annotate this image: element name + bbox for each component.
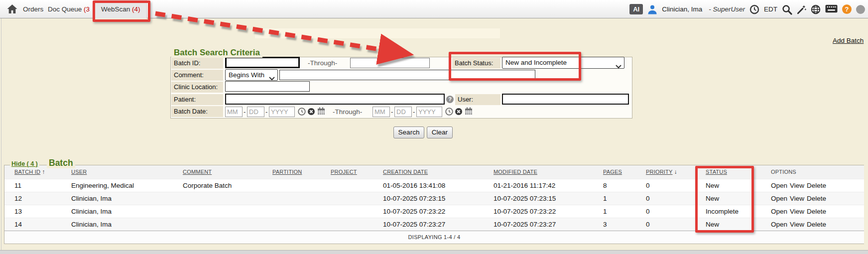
hide-results-link[interactable]: Hide ( 4 ) [10, 160, 39, 167]
batch-id-from-input[interactable] [225, 57, 300, 68]
search-button[interactable]: Search [393, 127, 424, 138]
cell-options: OpenViewDelete [768, 218, 864, 231]
add-batch-link[interactable]: Add Batch [833, 37, 864, 44]
nav-tab-webscan[interactable]: WebScan (4) [95, 0, 147, 18]
table-row: 12 Clinician, Ima 10-07-2025 07:23:15 10… [4, 192, 864, 205]
delete-batch-link[interactable]: Delete [807, 208, 826, 215]
calendar-icon[interactable] [465, 107, 473, 115]
patient-help-icon[interactable]: ? [446, 96, 454, 103]
keyboard-icon[interactable] [825, 4, 838, 14]
view-batch-link[interactable]: View [790, 208, 804, 215]
sort-project-link[interactable]: PROJECT [331, 169, 357, 175]
webscan-count: (4) [132, 5, 140, 13]
patient-input[interactable] [225, 94, 445, 105]
cell-batch-id: 14 [4, 218, 68, 231]
cell-modified-date: 10-07-2025 07:23:22 [491, 205, 600, 218]
cell-user: Clinician, Ima [68, 192, 180, 205]
user-input[interactable] [502, 94, 629, 105]
time-picker-icon[interactable] [445, 108, 453, 116]
cell-creation-date: 01-05-2016 13:41:08 [380, 179, 491, 192]
wand-icon[interactable] [796, 4, 806, 14]
delete-batch-link[interactable]: Delete [807, 182, 826, 189]
batch-status-select[interactable]: New and Incomplete [502, 57, 624, 69]
batch-id-through-label: -Through- [308, 58, 337, 68]
nav-tab-orders[interactable]: Orders [23, 0, 43, 18]
sort-partition-link[interactable]: PARTITION [272, 169, 302, 175]
sort-batch-id-link[interactable]: BATCH ID [14, 169, 40, 175]
cell-project [328, 218, 380, 231]
webscan-page: Orders Doc Queue (3 WebScan (4) AI Clini… [0, 0, 868, 254]
nav-tab-doc-queue[interactable]: Doc Queue (3 [48, 0, 90, 18]
cell-user: Clinician, Ima [68, 218, 180, 231]
clear-button[interactable]: Clear [427, 127, 453, 138]
column-header-pages: PAGES [600, 165, 643, 179]
cell-comment: Corporate Batch [180, 179, 269, 192]
column-header-comment: COMMENT [180, 165, 269, 179]
cell-modified-date: 10-07-2025 07:23:15 [491, 192, 600, 205]
help-icon[interactable]: ? [842, 4, 852, 14]
clinic-location-input[interactable] [225, 81, 310, 92]
nav-tab-orders-label: Orders [23, 5, 43, 13]
open-batch-link[interactable]: Open [771, 221, 787, 228]
batch-date-from-year-input[interactable] [269, 107, 295, 117]
search-icon[interactable] [782, 4, 792, 14]
user-label: User: [455, 94, 500, 105]
cell-status: Incomplete [703, 205, 768, 218]
delete-batch-link[interactable]: Delete [807, 195, 826, 202]
logged-in-user-role: - SuperUser [709, 5, 745, 13]
navbar-right-cluster: AI Clinician, Ima - SuperUser EDT ? [629, 0, 865, 18]
view-batch-link[interactable]: View [790, 195, 804, 202]
open-batch-link[interactable]: Open [771, 182, 787, 189]
batch-date-to-day-input[interactable] [394, 107, 412, 117]
sort-comment-link[interactable]: COMMENT [183, 169, 212, 175]
view-batch-link[interactable]: View [790, 221, 804, 228]
cell-user: Clinician, Ima [68, 205, 180, 218]
batch-date-from-day-input[interactable] [247, 107, 264, 117]
top-navbar: Orders Doc Queue (3 WebScan (4) AI Clini… [0, 0, 868, 18]
cell-status: New [703, 179, 768, 192]
comment-match-select[interactable]: Begins With [225, 69, 278, 81]
cell-project [328, 192, 380, 205]
time-picker-icon[interactable] [298, 108, 306, 116]
cell-comment [180, 192, 269, 205]
cell-partition [269, 218, 328, 231]
clear-date-icon[interactable] [307, 108, 315, 116]
column-header-status: STATUS [703, 165, 768, 179]
cell-priority: 0 [643, 218, 703, 231]
batch-id-to-input[interactable] [350, 58, 430, 68]
batch-date-label: Batch Date: [171, 106, 223, 117]
calendar-icon[interactable] [317, 107, 325, 115]
comment-input[interactable] [279, 70, 535, 80]
comment-label: Comment: [171, 70, 223, 81]
view-batch-link[interactable]: View [790, 182, 804, 189]
open-batch-link[interactable]: Open [771, 208, 787, 215]
batch-date-to-month-input[interactable] [372, 107, 390, 117]
batch-date-from-month-input[interactable] [225, 107, 243, 117]
sort-creation-date-link[interactable]: CREATION DATE [383, 169, 428, 175]
globe-icon[interactable] [811, 4, 821, 14]
cell-modified-date: 10-07-2025 07:23:27 [491, 218, 600, 231]
open-batch-link[interactable]: Open [771, 195, 787, 202]
sort-user-link[interactable]: USER [71, 169, 87, 175]
cell-options: OpenViewDelete [768, 192, 864, 205]
options-header-label: OPTIONS [771, 169, 796, 175]
batch-date-to-year-input[interactable] [416, 107, 442, 117]
patient-label: Patient: [171, 94, 223, 105]
delete-batch-link[interactable]: Delete [807, 221, 826, 228]
home-icon[interactable] [7, 4, 17, 14]
sort-status-link[interactable]: STATUS [706, 169, 727, 175]
sort-priority-link[interactable]: PRIORITY [646, 169, 673, 175]
clear-date-icon[interactable] [455, 108, 463, 116]
batch-table: BATCH ID↑ USER COMMENT PARTITION PROJECT… [4, 165, 864, 244]
sort-pages-link[interactable]: PAGES [603, 169, 622, 175]
date-separator: - [244, 107, 246, 117]
comment-match-value: Begins With [229, 71, 264, 79]
clock-icon[interactable] [749, 4, 759, 14]
cell-partition [269, 205, 328, 218]
sort-modified-date-link[interactable]: MODIFIED DATE [494, 169, 537, 175]
chevron-down-icon [269, 73, 275, 77]
column-header-project: PROJECT [328, 165, 380, 179]
column-header-modified-date: MODIFIED DATE [491, 165, 600, 179]
cell-batch-id: 13 [4, 205, 68, 218]
ai-badge[interactable]: AI [629, 4, 643, 14]
